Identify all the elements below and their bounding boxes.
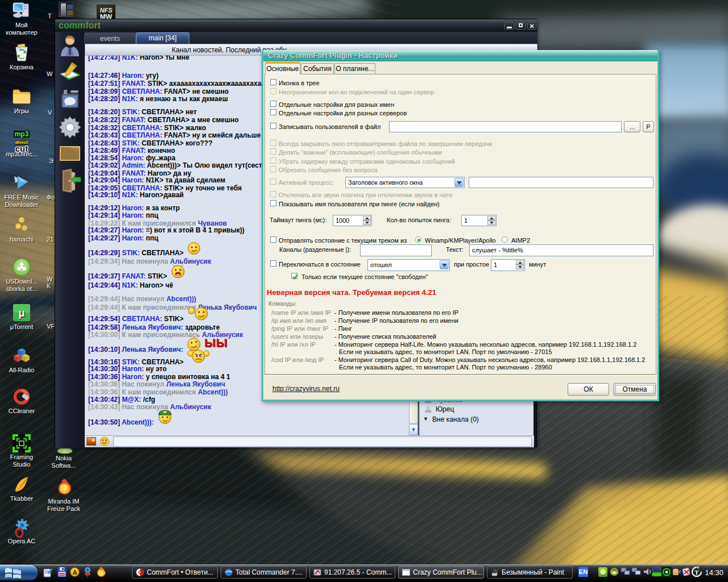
svg-text:T: T: [694, 569, 699, 576]
svg-text:μ: μ: [18, 307, 24, 319]
